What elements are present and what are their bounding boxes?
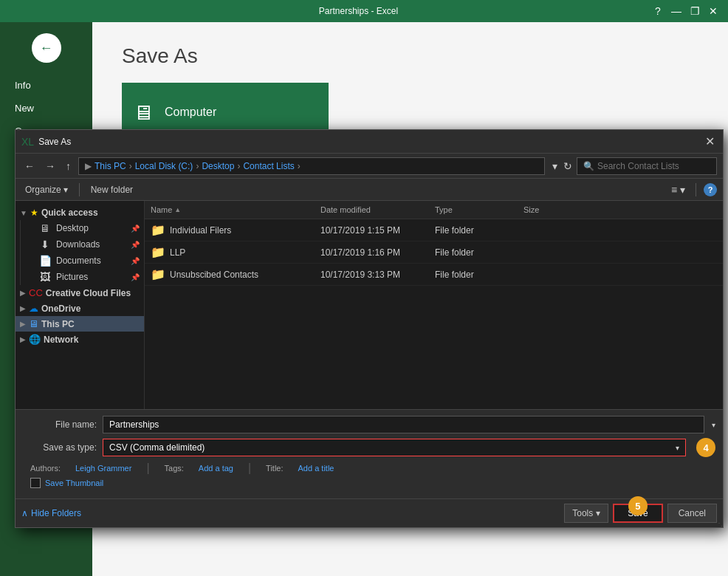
path-desktop[interactable]: Desktop <box>202 161 234 171</box>
excel-back-button[interactable]: ← <box>32 33 61 63</box>
path-contact-lists[interactable]: Contact Lists <box>243 161 294 171</box>
nav-item-documents[interactable]: 📄 Documents 📌 <box>21 253 144 269</box>
desktop-icon: 🖥 <box>38 222 52 234</box>
nav-panel: ▼ ★ Quick access 🖥 Desktop 📌 ⬇ Downloads… <box>16 201 145 409</box>
title-label: Title: <box>266 464 283 473</box>
view-button[interactable]: ≡ ▾ <box>668 182 688 197</box>
file-list-header: Name ▲ Date modified Type Size <box>145 201 723 219</box>
onedrive-icon: ☁ <box>29 303 38 314</box>
this-pc-chevron: ▶ <box>20 320 26 328</box>
nav-up-button[interactable]: ↑ <box>63 159 74 174</box>
dialog-title-bar: XL Save As ✕ <box>16 130 723 154</box>
tags-value[interactable]: Add a tag <box>199 464 233 473</box>
creative-cloud-header[interactable]: ▶ CC Creative Cloud Files <box>16 285 144 301</box>
name-sort-arrow: ▲ <box>174 206 181 213</box>
dialog-body: ▼ ★ Quick access 🖥 Desktop 📌 ⬇ Downloads… <box>16 201 723 409</box>
organize-button[interactable]: Organize ▾ <box>21 183 72 196</box>
address-path[interactable]: ▶ This PC › Local Disk (C:) › Desktop › … <box>78 157 545 175</box>
quick-access-star: ★ <box>30 208 38 218</box>
desktop-pin-icon: 📌 <box>131 224 140 233</box>
folder-icon: 📁 <box>151 223 165 237</box>
toolbar-help-button[interactable]: ? <box>704 183 717 196</box>
minimize-button[interactable]: — <box>669 4 684 18</box>
cancel-button[interactable]: Cancel <box>667 504 717 523</box>
excel-menu-info[interactable]: Info <box>0 74 92 97</box>
authors-label: Authors: <box>30 464 61 473</box>
help-button[interactable]: ? <box>650 4 665 18</box>
network-icon: 🌐 <box>29 334 41 345</box>
step-4-badge: 4 <box>696 438 715 457</box>
file-name-input[interactable] <box>103 416 704 433</box>
onedrive-header[interactable]: ▶ ☁ OneDrive <box>16 301 144 316</box>
downloads-pin-icon: 📌 <box>131 241 140 249</box>
thumbnail-row: Save Thumbnail <box>23 478 715 488</box>
dialog-toolbar: Organize ▾ New folder ≡ ▾ ? <box>16 179 723 201</box>
documents-icon: 📄 <box>38 255 52 267</box>
title-value[interactable]: Add a title <box>298 464 334 473</box>
authors-value[interactable]: Leigh Grammer <box>75 464 131 473</box>
network-header[interactable]: ▶ 🌐 Network <box>16 332 144 347</box>
file-list: 📁 Individual Filers 10/17/2019 1:15 PM F… <box>145 219 723 409</box>
nav-item-downloads[interactable]: ⬇ Downloads 📌 <box>21 236 144 253</box>
quick-access-label: Quick access <box>41 208 98 218</box>
onedrive-chevron: ▶ <box>20 304 26 312</box>
creative-cloud-label: Creative Cloud Files <box>46 288 131 298</box>
resize-handle[interactable]: ⋱ <box>715 519 723 527</box>
refresh-button[interactable]: ↻ <box>563 160 572 172</box>
save-type-value: CSV (Comma delimited) <box>109 442 674 453</box>
folder-icon: 📁 <box>151 245 165 259</box>
search-icon: 🔍 <box>583 161 594 171</box>
metadata-row: Authors: Leigh Grammer | Tags: Add a tag… <box>23 462 715 475</box>
dialog-app-icon: XL <box>21 136 34 148</box>
pictures-pin-icon: 📌 <box>131 273 140 281</box>
table-row[interactable]: 📁 Unsubscibed Contacts 10/17/2019 3:13 P… <box>145 264 723 286</box>
save-as-dialog: XL Save As ✕ ← → ↑ ▶ This PC › Local Dis… <box>15 129 724 528</box>
address-dropdown-button[interactable]: ▾ <box>549 159 560 174</box>
dialog-close-button[interactable]: ✕ <box>702 134 717 149</box>
this-pc-label: This PC <box>41 319 75 329</box>
col-header-size[interactable]: Size <box>518 204 577 216</box>
nav-back-button[interactable]: ← <box>21 159 38 174</box>
dialog-title-text: Save As <box>38 137 71 147</box>
search-input[interactable] <box>597 161 710 171</box>
save-button-wrap: Save 5 <box>613 504 662 523</box>
title-bar-title: Partnerships - Excel <box>66 6 650 16</box>
path-this-pc[interactable]: This PC <box>95 161 126 171</box>
search-box[interactable]: 🔍 <box>577 157 717 175</box>
file-name-label: File name: <box>23 419 97 430</box>
savetype-dropdown-arrow: ▾ <box>676 444 679 452</box>
nav-item-desktop[interactable]: 🖥 Desktop 📌 <box>21 220 144 236</box>
quick-access-header[interactable]: ▼ ★ Quick access <box>16 205 144 220</box>
computer-tile-label: Computer <box>165 106 216 119</box>
col-header-name[interactable]: Name ▲ <box>145 204 315 216</box>
nav-item-pictures[interactable]: 🖼 Pictures 📌 <box>21 269 144 285</box>
path-local-disk[interactable]: Local Disk (C:) <box>135 161 193 171</box>
col-header-date[interactable]: Date modified <box>315 204 429 216</box>
close-button[interactable]: ✕ <box>706 4 721 18</box>
thumbnail-label[interactable]: Save Thumbnail <box>45 479 103 487</box>
hide-folders-button[interactable]: ∧ Hide Folders <box>21 508 81 518</box>
this-pc-icon: 🖥 <box>29 318 38 329</box>
col-header-type[interactable]: Type <box>429 204 518 216</box>
dialog-bottom: File name: ▾ Save as type: CSV (Comma de… <box>16 409 723 498</box>
maximize-button[interactable]: ❐ <box>687 4 702 18</box>
nav-forward-button[interactable]: → <box>42 159 58 174</box>
table-row[interactable]: 📁 Individual Filers 10/17/2019 1:15 PM F… <box>145 219 723 241</box>
title-bar: Partnerships - Excel ? — ❐ ✕ <box>0 0 728 22</box>
dialog-actions: ∧ Hide Folders Tools ▾ Save 5 Cancel ⋱ <box>16 498 723 527</box>
quick-access-chevron: ▼ <box>20 209 27 217</box>
title-bar-controls: ? — ❐ ✕ <box>650 4 721 18</box>
table-row[interactable]: 📁 LLP 10/17/2019 1:16 PM File folder <box>145 241 723 264</box>
excel-menu-new[interactable]: New <box>0 97 92 120</box>
network-label: Network <box>44 335 78 345</box>
step-5-badge: 5 <box>628 496 648 515</box>
thumbnail-checkbox[interactable] <box>30 478 41 488</box>
this-pc-header[interactable]: ▶ 🖥 This PC <box>16 316 144 332</box>
file-list-area: Name ▲ Date modified Type Size <box>145 201 723 409</box>
tools-button[interactable]: Tools ▾ <box>564 504 608 523</box>
save-type-select[interactable]: CSV (Comma delimited) ▾ <box>103 439 686 456</box>
filename-dropdown-arrow[interactable]: ▾ <box>712 421 715 429</box>
tags-label: Tags: <box>165 464 184 473</box>
computer-tile-icon: 🖥 <box>133 100 154 125</box>
new-folder-button[interactable]: New folder <box>87 183 137 196</box>
